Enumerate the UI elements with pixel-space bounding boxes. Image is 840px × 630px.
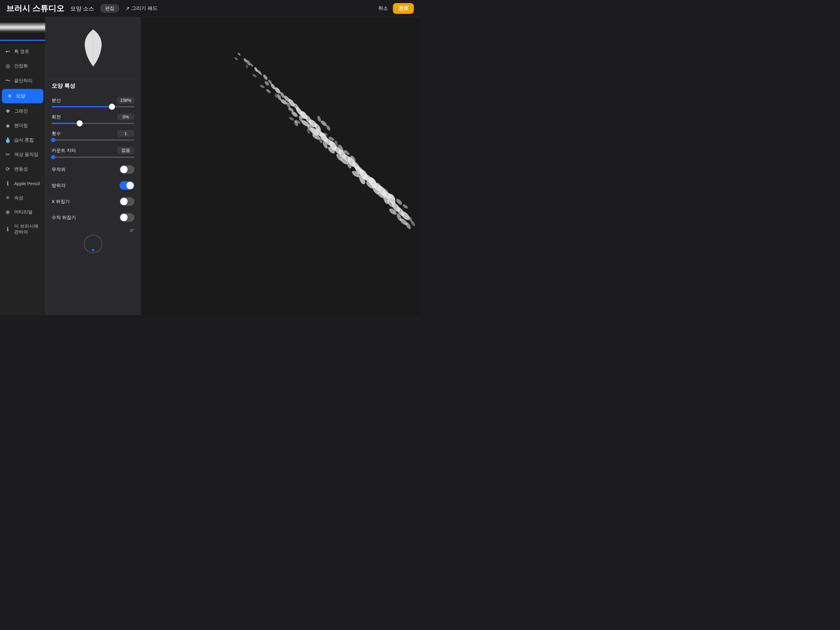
svg-point-47 [288,116,295,121]
dynamics-icon: ⟳ [4,166,11,172]
sidebar-item-wet-mix[interactable]: 💧습식 혼합 [0,133,45,147]
slider-row-dispersion: 분산158% [46,95,141,111]
rotation-angle-value: 0° [130,228,134,233]
brush-preview [0,17,45,44]
stabilization-label: 안정화 [14,63,28,69]
svg-point-14 [262,74,268,81]
apple-pencil-label: Apple Pencil [14,181,39,186]
slider-track-count[interactable] [52,139,134,141]
slider-track-dispersion[interactable] [52,106,134,108]
rotation-section: 0° [46,225,141,258]
toggle-label-flip-x: X 뒤집기 [52,199,70,204]
slider-label-dispersion: 분산 [52,98,61,103]
toggle-label-azimuth: 방위각 [52,183,65,188]
toggle-knob-flip-x [120,198,128,205]
slider-row-count-jitter: 카운트 지터없음 [46,144,141,161]
sliders-container: 분산158%회전0%횟수1카운트 지터없음 [46,95,141,161]
rotation-dial[interactable] [84,235,103,253]
sidebar-item-dynamics[interactable]: ⟳변동성 [0,162,45,176]
section-title: 모양 소스 [70,5,94,12]
header-right: 취소 완료 [378,3,414,14]
sidebar-item-grain[interactable]: ❖그레인 [0,104,45,119]
canvas-area[interactable] [141,17,420,315]
slider-thumb-rotation[interactable] [77,120,83,127]
toggle-switch-flip-vertical[interactable] [120,213,134,222]
about-icon: ℹ [4,226,11,233]
rendering-label: 렌더링 [14,123,28,128]
sidebar-item-stroke-path[interactable]: ↩획 경로 [0,44,45,59]
slider-label-rotation: 회전 [52,114,61,120]
end-treatment-label: 끝단처리 [14,78,33,84]
slider-value-count-jitter: 없음 [117,147,134,154]
slider-value-count: 1 [117,130,134,137]
wet-mix-icon: 💧 [4,137,11,143]
sidebar-item-color-dynamics[interactable]: ✂색상 움직임 [0,147,45,162]
toggle-switch-flip-x[interactable] [120,197,134,206]
slider-row-count: 횟수1 [46,128,141,144]
leaf-brush-stroke [141,17,420,315]
drawing-pad-button[interactable]: ↗ 그리기 패드 [125,5,157,12]
svg-point-91 [402,203,409,209]
dynamics-label: 변동성 [14,166,28,172]
shape-properties-title: 모양 특성 [46,79,141,95]
svg-point-16 [234,57,238,60]
color-dynamics-icon: ✂ [4,151,11,158]
toggle-knob-flip-vertical [120,214,128,221]
toggle-label-random: 무작위 [52,167,65,173]
sidebar-items: ↩획 경로◎안정화〜끝단처리✳모양❖그레인◈렌더링💧습식 혼합✂색상 움직임⟳변… [0,44,45,239]
toggle-row-azimuth: 방위각 [46,177,141,193]
slider-value-dispersion: 158% [117,97,134,104]
svg-point-25 [266,88,272,94]
sidebar-item-end-treatment[interactable]: 〜끝단처리 [0,73,45,88]
material-icon: ⊕ [4,209,11,215]
svg-point-102 [252,73,257,78]
slider-header-rotation: 회전0% [52,114,134,120]
about-label: 이 브러시에 관하여 [14,223,41,235]
toggle-row-random: 무작위 [46,161,141,177]
slider-thumb-count-jitter[interactable] [51,155,55,159]
sidebar-item-material[interactable]: ⊕머티리얼 [0,205,45,219]
material-label: 머티리얼 [14,209,33,215]
stroke-path-label: 획 경로 [14,49,29,54]
rendering-icon: ◈ [4,122,11,129]
slider-thumb-dispersion[interactable] [109,104,115,110]
header: 브러시 스튜디오 모양 소스 편집 ↗ 그리기 패드 취소 완료 [0,0,420,17]
slider-header-dispersion: 분산158% [52,97,134,104]
sidebar-item-about[interactable]: ℹ이 브러시에 관하여 [0,219,45,239]
svg-point-29 [259,84,265,89]
properties-icon: ≡ [4,195,11,201]
sidebar: ↩획 경로◎안정화〜끝단처리✳모양❖그레인◈렌더링💧습식 혼합✂색상 움직임⟳변… [0,17,46,315]
toggle-row-flip-x: X 뒤집기 [46,193,141,209]
shape-icon: ✳ [6,93,13,99]
properties-label: 속성 [14,195,24,201]
slider-label-count: 횟수 [52,131,61,136]
end-treatment-icon: 〜 [4,77,11,84]
sidebar-item-rendering[interactable]: ◈렌더링 [0,119,45,133]
slider-track-count-jitter[interactable] [52,157,134,158]
slider-fill-dispersion [52,106,112,108]
slider-thumb-count[interactable] [51,138,55,142]
shape-label: 모양 [16,93,25,99]
edit-button[interactable]: 편집 [100,4,119,13]
sidebar-item-stabilization[interactable]: ◎안정화 [0,59,45,73]
app-title: 브러시 스튜디오 [6,3,64,14]
slider-row-rotation: 회전0% [46,111,141,128]
sidebar-item-shape[interactable]: ✳모양 [2,89,43,103]
cancel-button[interactable]: 취소 [378,5,388,12]
toggle-label-flip-vertical: 수직 뒤집기 [52,215,76,220]
toggle-switch-azimuth[interactable] [120,181,134,190]
slider-header-count: 횟수1 [52,130,134,137]
sidebar-item-apple-pencil[interactable]: ℹApple Pencil [0,176,45,191]
slider-track-rotation[interactable] [52,123,134,124]
color-dynamics-label: 색상 움직임 [14,152,38,157]
brush-preview-line [0,40,45,41]
toggle-switch-random[interactable] [120,165,134,174]
wet-mix-label: 습식 혼합 [14,137,34,143]
shape-preview [46,17,141,79]
svg-point-101 [245,64,248,68]
toggle-row-flip-vertical: 수직 뒤집기 [46,209,141,225]
done-button[interactable]: 완료 [393,3,414,14]
sidebar-item-properties[interactable]: ≡속성 [0,191,45,205]
drawing-pad-label: 그리기 패드 [131,5,157,12]
apple-pencil-icon: ℹ [4,180,11,187]
